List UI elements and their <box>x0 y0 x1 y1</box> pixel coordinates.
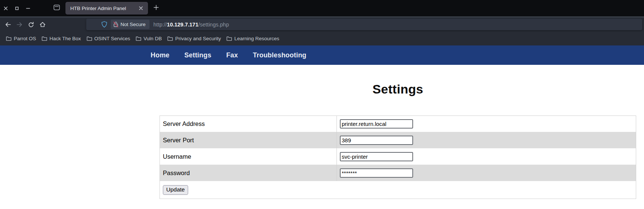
folder-icon <box>6 36 12 41</box>
bookmark-label: Parrot OS <box>14 36 36 41</box>
back-icon <box>5 22 11 28</box>
bookmarks-bar: Parrot OS Hack The Box OSINT Services Vu… <box>0 32 644 45</box>
server-address-input[interactable] <box>340 119 413 129</box>
home-button[interactable] <box>37 19 48 31</box>
window-minimize-button[interactable] <box>22 0 33 16</box>
browser-tab[interactable]: HTB Printer Admin Panel <box>65 2 148 15</box>
forward-icon <box>16 22 23 28</box>
firefox-view-icon <box>54 4 60 12</box>
bookmark-item-learning-resources[interactable]: Learning Resources <box>224 34 281 44</box>
security-label: Not Secure <box>120 22 146 27</box>
row-label: Password <box>160 165 337 181</box>
row-label: Server Port <box>160 132 337 148</box>
tab-title: HTB Printer Admin Panel <box>70 6 137 11</box>
url-text: http://10.129.7.171/settings.php <box>154 22 229 28</box>
new-tab-button[interactable] <box>151 3 161 13</box>
bookmark-label: Privacy and Security <box>175 36 221 41</box>
page-content: Settings Server Address Server Port User… <box>0 65 644 209</box>
close-icon <box>4 6 8 10</box>
site-navbar: Home Settings Fax Troubleshooting <box>0 45 644 65</box>
page-title: Settings <box>160 82 636 96</box>
bookmark-item-vuln-db[interactable]: Vuln DB <box>133 34 164 44</box>
table-row-server-port: Server Port <box>160 132 636 148</box>
update-button[interactable]: Update <box>163 185 188 195</box>
window-maximize-button[interactable] <box>11 0 22 16</box>
reload-button[interactable] <box>25 19 37 31</box>
reload-icon <box>28 22 34 28</box>
window-close-button[interactable] <box>0 0 11 16</box>
window-controls <box>0 0 33 16</box>
folder-icon <box>87 36 92 41</box>
bookmark-label: Vuln DB <box>144 36 162 41</box>
plus-icon <box>154 5 159 12</box>
folder-icon <box>42 36 47 41</box>
tab-close-button[interactable] <box>137 4 145 12</box>
maximize-icon <box>15 7 19 10</box>
shield-icon <box>101 21 107 28</box>
password-input[interactable] <box>340 168 413 178</box>
forward-button[interactable] <box>14 19 25 31</box>
navigation-toolbar: Not Secure http://10.129.7.171/settings.… <box>0 16 644 32</box>
minimize-icon <box>26 7 30 9</box>
url-scheme: http:// <box>154 22 167 28</box>
table-row-server-address: Server Address <box>160 116 636 132</box>
nav-item-troubleshooting[interactable]: Troubleshooting <box>253 51 306 59</box>
nav-item-fax[interactable]: Fax <box>226 51 238 59</box>
folder-icon <box>226 36 232 41</box>
back-button[interactable] <box>2 19 14 31</box>
table-row-username: Username <box>160 148 636 165</box>
bookmark-item-osint-services[interactable]: OSINT Services <box>84 34 133 44</box>
security-chip[interactable]: Not Secure <box>111 20 149 29</box>
tab-bar: HTB Printer Admin Panel <box>0 0 644 16</box>
url-host: 10.129.7.171 <box>167 22 199 28</box>
nav-item-settings[interactable]: Settings <box>184 51 212 59</box>
folder-icon <box>167 36 173 41</box>
home-icon <box>39 22 46 28</box>
url-bar[interactable]: Not Secure http://10.129.7.171/settings.… <box>86 19 642 30</box>
bookmark-item-parrot-os[interactable]: Parrot OS <box>4 34 38 44</box>
tracking-protection-button[interactable] <box>99 20 109 29</box>
bookmark-item-privacy-and-security[interactable]: Privacy and Security <box>165 34 223 44</box>
bookmark-label: Hack The Box <box>49 36 81 41</box>
table-row-submit: Update <box>160 181 636 199</box>
row-label: Server Address <box>160 116 337 132</box>
table-row-password: Password <box>160 165 636 181</box>
row-label: Username <box>160 148 337 165</box>
nav-item-home[interactable]: Home <box>151 51 170 59</box>
server-port-input[interactable] <box>340 136 413 145</box>
bookmark-item-hack-the-box[interactable]: Hack The Box <box>39 34 83 44</box>
folder-icon <box>136 36 141 41</box>
settings-table: Server Address Server Port Username Pass… <box>160 115 636 199</box>
firefox-view-button[interactable] <box>51 3 62 13</box>
bookmark-label: OSINT Services <box>94 36 131 41</box>
close-icon <box>139 6 143 10</box>
broken-lock-icon <box>113 21 119 28</box>
username-input[interactable] <box>340 152 413 161</box>
bookmark-label: Learning Resources <box>234 36 279 41</box>
url-path: /settings.php <box>199 22 229 28</box>
